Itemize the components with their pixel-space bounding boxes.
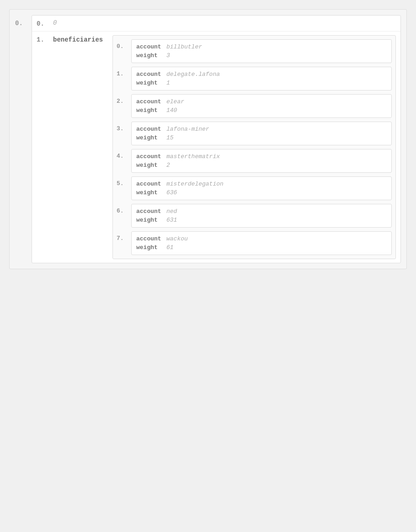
beneficiary-row: 5.accountmisterdelegationweight636 bbox=[117, 176, 392, 200]
bene-card-7: accountwackouweight61 bbox=[131, 231, 392, 255]
account-field-0: accountbillbutler bbox=[136, 43, 387, 51]
account-key-4: account bbox=[136, 153, 164, 160]
beneficiaries-key: beneficiaries bbox=[53, 35, 112, 43]
weight-value-5: 636 bbox=[166, 189, 177, 196]
weight-key-2: weight bbox=[136, 107, 164, 114]
account-value-1: delegate.lafona bbox=[166, 71, 220, 78]
weight-value-2: 140 bbox=[166, 107, 177, 114]
level1-container: 1. beneficiaries 0.accountbillbutlerweig… bbox=[32, 31, 400, 263]
bene-index-4: 4. bbox=[117, 149, 129, 160]
account-field-5: accountmisterdelegation bbox=[136, 180, 387, 188]
weight-value-1: 1 bbox=[166, 80, 170, 86]
bene-card-1: accountdelegate.lafonaweight1 bbox=[131, 67, 392, 90]
weight-key-0: weight bbox=[136, 52, 164, 59]
beneficiary-row: 4.accountmasterthematrixweight2 bbox=[117, 149, 392, 173]
account-value-6: ned bbox=[166, 208, 177, 215]
weight-value-4: 2 bbox=[166, 162, 170, 169]
bene-card-5: accountmisterdelegationweight636 bbox=[131, 176, 392, 200]
account-value-7: wackou bbox=[166, 235, 188, 242]
account-field-3: accountlafona-miner bbox=[136, 125, 387, 133]
account-key-7: account bbox=[136, 235, 164, 242]
inner-index0-label: 0. bbox=[37, 19, 53, 27]
inner-index1-label: 1. bbox=[37, 35, 53, 43]
weight-field-4: weight2 bbox=[136, 161, 387, 170]
weight-field-3: weight15 bbox=[136, 133, 387, 142]
weight-value-6: 631 bbox=[166, 217, 177, 223]
account-value-5: misterdelegation bbox=[166, 181, 224, 187]
beneficiary-row: 0.accountbillbutlerweight3 bbox=[117, 39, 392, 63]
outer-container: 0. 0. 0 1. beneficiaries 0.accountbillbu… bbox=[9, 9, 407, 269]
weight-key-5: weight bbox=[136, 189, 164, 196]
account-value-0: billbutler bbox=[166, 43, 202, 50]
weight-key-3: weight bbox=[136, 134, 164, 141]
level0-item-0: 0. 0 bbox=[32, 16, 400, 31]
weight-key-4: weight bbox=[136, 162, 164, 169]
account-key-0: account bbox=[136, 43, 164, 50]
beneficiary-row: 2.accountelearweight140 bbox=[117, 94, 392, 118]
weight-key-7: weight bbox=[136, 244, 164, 251]
account-value-2: elear bbox=[166, 98, 184, 105]
bene-card-2: accountelearweight140 bbox=[131, 94, 392, 118]
account-key-6: account bbox=[136, 208, 164, 215]
bene-index-7: 7. bbox=[117, 231, 129, 242]
weight-key-6: weight bbox=[136, 217, 164, 223]
level0-row: 0. 0. 0 1. beneficiaries 0.accountbillbu… bbox=[15, 15, 401, 263]
bene-card-3: accountlafona-minerweight15 bbox=[131, 122, 392, 145]
account-field-1: accountdelegate.lafona bbox=[136, 70, 387, 79]
weight-field-1: weight1 bbox=[136, 79, 387, 87]
bene-index-6: 6. bbox=[117, 204, 129, 214]
bene-index-2: 2. bbox=[117, 94, 129, 105]
weight-value-3: 15 bbox=[166, 134, 174, 141]
beneficiaries-list: 0.accountbillbutlerweight31.accountdeleg… bbox=[112, 35, 396, 259]
beneficiary-row: 7.accountwackouweight61 bbox=[117, 231, 392, 255]
weight-field-6: weight631 bbox=[136, 216, 387, 224]
bene-index-0: 0. bbox=[117, 39, 129, 50]
bene-card-4: accountmasterthematrixweight2 bbox=[131, 149, 392, 173]
bene-index-3: 3. bbox=[117, 122, 129, 132]
beneficiary-row: 6.accountnedweight631 bbox=[117, 204, 392, 228]
account-value-4: masterthematrix bbox=[166, 153, 220, 160]
beneficiary-row: 1.accountdelegate.lafonaweight1 bbox=[117, 67, 392, 90]
weight-value-7: 61 bbox=[166, 244, 174, 251]
account-field-2: accountelear bbox=[136, 97, 387, 106]
weight-value-0: 3 bbox=[166, 52, 170, 59]
bene-index-1: 1. bbox=[117, 67, 129, 77]
level0-index-label: 0. bbox=[15, 15, 32, 27]
account-value-3: lafona-miner bbox=[166, 126, 209, 133]
bene-card-0: accountbillbutlerweight3 bbox=[131, 39, 392, 63]
account-key-2: account bbox=[136, 98, 164, 105]
account-field-6: accountned bbox=[136, 207, 387, 216]
weight-field-7: weight61 bbox=[136, 243, 387, 252]
beneficiary-row: 3.accountlafona-minerweight15 bbox=[117, 122, 392, 145]
weight-field-5: weight636 bbox=[136, 188, 387, 197]
account-key-5: account bbox=[136, 181, 164, 187]
weight-field-2: weight140 bbox=[136, 106, 387, 115]
account-key-3: account bbox=[136, 126, 164, 133]
bene-index-5: 5. bbox=[117, 176, 129, 187]
account-field-4: accountmasterthematrix bbox=[136, 152, 387, 161]
account-key-1: account bbox=[136, 71, 164, 78]
weight-field-0: weight3 bbox=[136, 51, 387, 60]
weight-key-1: weight bbox=[136, 80, 164, 86]
level0-content: 0. 0 1. beneficiaries 0.accountbillbutle… bbox=[32, 15, 401, 263]
inner-index0-value: 0 bbox=[53, 19, 57, 27]
bene-card-6: accountnedweight631 bbox=[131, 204, 392, 228]
account-field-7: accountwackou bbox=[136, 234, 387, 243]
